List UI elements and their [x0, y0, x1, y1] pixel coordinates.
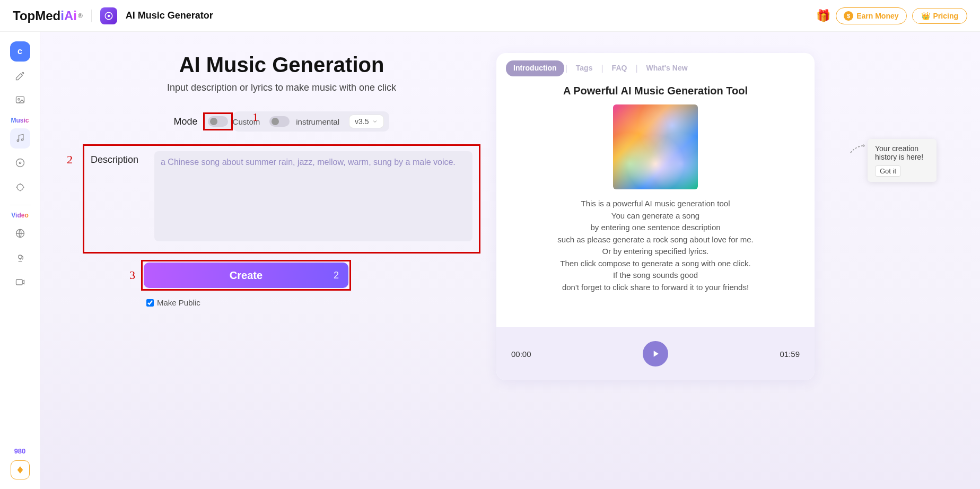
- sidebar-item-edit[interactable]: [10, 66, 30, 86]
- info-tabs: Introduction | Tags | FAQ | What's New: [496, 53, 815, 78]
- version-value: v3.5: [355, 117, 369, 126]
- svg-point-7: [16, 159, 24, 167]
- tab-faq[interactable]: FAQ: [605, 60, 635, 76]
- create-button[interactable]: Create 2: [144, 263, 348, 288]
- logo[interactable]: TopMediAi®: [13, 8, 83, 23]
- custom-toggle-highlight: [203, 112, 233, 130]
- info-panel: Introduction | Tags | FAQ | What's New A…: [496, 53, 815, 489]
- make-public-checkbox[interactable]: [146, 299, 154, 307]
- got-it-button[interactable]: Got it: [875, 165, 901, 177]
- svg-point-2: [22, 72, 23, 74]
- divider: [91, 10, 92, 22]
- disc-icon: [15, 158, 25, 168]
- create-block: 3 Create 2 Make Public: [83, 260, 480, 307]
- sidebar-item-music-gen[interactable]: [10, 128, 30, 149]
- pencil-icon: [15, 71, 25, 81]
- vip-button[interactable]: [11, 460, 30, 479]
- sidebar-section-music: Music: [11, 117, 29, 124]
- audio-player: 00:00 01:59: [496, 327, 815, 380]
- description-block: 2 Description: [83, 144, 480, 254]
- mode-row: 1 Mode Custom instrumental v3.5: [83, 111, 480, 132]
- music-note-icon: [15, 133, 25, 144]
- instrumental-toggle[interactable]: [269, 116, 290, 127]
- create-label: Create: [230, 269, 262, 282]
- time-end: 01:59: [780, 350, 800, 359]
- sidebar-item-globe[interactable]: [10, 223, 30, 243]
- svg-point-6: [21, 139, 23, 141]
- header-right: 🎁 $ Earn Money 👑 Pricing: [816, 7, 967, 24]
- tab-introduction[interactable]: Introduction: [506, 60, 564, 76]
- svg-point-9: [17, 184, 23, 190]
- generator-panel: AI Music Generation Input description or…: [83, 53, 496, 489]
- svg-point-8: [19, 162, 21, 163]
- video-icon: [15, 277, 25, 287]
- earn-label: Earn Money: [856, 12, 898, 20]
- sidebar-item-video[interactable]: [10, 272, 30, 292]
- custom-toggle[interactable]: [208, 116, 228, 127]
- globe-icon: [15, 228, 25, 239]
- make-public-label: Make Public: [157, 298, 200, 307]
- album-art: [613, 104, 698, 189]
- diamond-icon: [15, 465, 25, 475]
- info-description: This is a powerful AI music generation t…: [509, 198, 802, 293]
- info-card: Introduction | Tags | FAQ | What's New A…: [496, 53, 815, 380]
- crown-icon: 👑: [921, 12, 930, 20]
- description-input[interactable]: [154, 151, 472, 241]
- voice-icon: [15, 252, 25, 263]
- image-icon: [15, 95, 25, 106]
- coin-icon: $: [844, 11, 853, 21]
- tooltip-arrow: [850, 143, 865, 158]
- main-content: AI Music Generation Input description or…: [40, 32, 980, 489]
- credits-count: 980: [11, 447, 30, 455]
- annotation-2: 2: [67, 153, 73, 167]
- make-public-row: Make Public: [146, 298, 480, 307]
- header: TopMediAi® AI Music Generator 🎁 $ Earn M…: [0, 0, 980, 32]
- create-highlight: Create 2: [141, 260, 351, 291]
- svg-point-11: [18, 255, 22, 259]
- gift-icon[interactable]: 🎁: [816, 9, 830, 23]
- annotation-3: 3: [129, 268, 135, 282]
- sidebar-item-disc[interactable]: [10, 153, 30, 173]
- instrumental-label: instrumental: [296, 117, 339, 126]
- description-highlight: Description: [83, 144, 480, 254]
- layout: c Music Video 980: [0, 32, 980, 489]
- page-title: AI Music Generation: [83, 53, 480, 77]
- mode-label: Mode: [174, 116, 198, 127]
- play-button[interactable]: [643, 341, 668, 366]
- svg-point-5: [17, 140, 19, 142]
- sidebar-divider: [10, 205, 31, 205]
- tab-tags[interactable]: Tags: [568, 60, 600, 76]
- header-left: TopMediAi® AI Music Generator: [13, 7, 213, 24]
- description-label: Description: [91, 151, 144, 165]
- create-count: 2: [334, 270, 339, 281]
- chevron-down-icon: [372, 118, 378, 125]
- play-icon: [650, 348, 661, 359]
- tune-icon: [15, 182, 25, 193]
- product-name: AI Music Generator: [126, 10, 213, 21]
- product-icon: [100, 7, 117, 24]
- card-body: A Powerful AI Music Generation Tool This…: [496, 78, 815, 327]
- sidebar: c Music Video 980: [0, 32, 40, 489]
- info-title: A Powerful AI Music Generation Tool: [509, 85, 802, 97]
- sidebar-item-voice[interactable]: [10, 248, 30, 268]
- tooltip-line1: Your creation: [875, 144, 929, 153]
- sidebar-section-video: Video: [11, 212, 28, 219]
- pricing-label: Pricing: [933, 12, 958, 20]
- version-select[interactable]: v3.5: [349, 115, 384, 128]
- svg-rect-12: [16, 280, 22, 285]
- tooltip-line2: history is here!: [875, 153, 929, 161]
- history-tooltip: Your creation history is here! Got it: [868, 139, 937, 182]
- pricing-button[interactable]: 👑 Pricing: [912, 8, 967, 24]
- tab-whats-new[interactable]: What's New: [639, 60, 695, 76]
- earn-money-button[interactable]: $ Earn Money: [836, 7, 906, 24]
- sidebar-item-tune[interactable]: [10, 177, 30, 197]
- page-subtitle: Input description or lyrics to make musi…: [83, 82, 480, 93]
- sidebar-item-c[interactable]: c: [10, 41, 30, 62]
- time-start: 00:00: [511, 350, 531, 359]
- sidebar-item-image[interactable]: [10, 90, 30, 110]
- annotation-1: 1: [252, 110, 258, 124]
- svg-point-4: [18, 99, 19, 100]
- svg-point-1: [107, 14, 110, 17]
